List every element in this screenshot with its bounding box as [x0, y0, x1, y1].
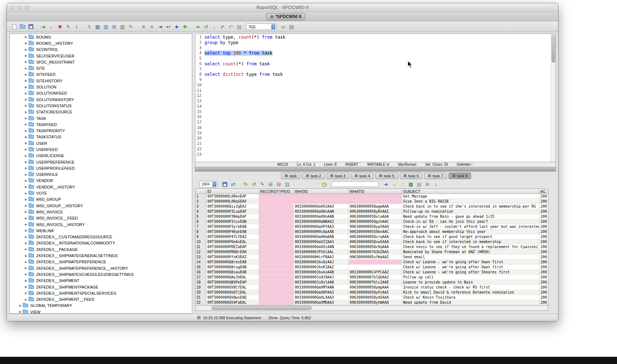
column-header-subject[interactable]: SUBJECT	[402, 189, 539, 194]
grid-cell-ac[interactable]: 200	[539, 285, 548, 290]
grid-cell-whatid[interactable]: 00630000005QgzhAAC	[349, 219, 402, 224]
grid-cell-id[interactable]: 00T3000000Q8rugEAB	[206, 265, 259, 270]
result-tab[interactable]: ⊠task 6	[400, 173, 423, 179]
disclosure-triangle-icon[interactable]: ▶	[19, 304, 23, 307]
disclosure-triangle-icon[interactable]: ▶	[25, 229, 29, 232]
grid-cell-recordtypeid[interactable]	[259, 194, 294, 199]
tree-item[interactable]: ▶VOTE	[10, 190, 192, 196]
table-view-icon[interactable]: ▦	[94, 23, 101, 30]
editor-scrollbar-thumb[interactable]	[552, 35, 555, 63]
row-number-cell[interactable]: 17	[195, 275, 206, 280]
export-grid-icon[interactable]: ↑	[399, 181, 406, 188]
grid-cell-whoid[interactable]: 0033000000GmXPYAA3	[294, 224, 349, 229]
grid-cell-whoid[interactable]: 0033000000GmXKmAAN	[294, 234, 349, 239]
tree-item[interactable]: ▶ZKFEDEX__CUSTOMADDRESSSOURCE	[10, 234, 192, 240]
close-window-button[interactable]	[10, 5, 14, 10]
row-number-cell[interactable]: 11	[195, 244, 206, 250]
grid-cell-id[interactable]: 00T3000000QV9FaEAL	[206, 300, 259, 305]
tree-item[interactable]: ▶SOLUTION	[10, 84, 192, 90]
grid-cell-whoid[interactable]: 0033000000Ju9J9AAJ	[294, 275, 349, 280]
table-row[interactable]: 500T3000000P3N4pEAF0033000000GmXHnAAN006…	[195, 214, 548, 219]
result-tab[interactable]: ⊠task 8	[449, 173, 471, 179]
grid-cell-ac[interactable]: 200	[539, 224, 548, 229]
tree-item[interactable]: ▶ZKFEDEX__SHIPMENTPACKAGE	[10, 284, 192, 290]
close-tab-icon[interactable]: ⊠	[404, 173, 407, 178]
grid-cell-ac[interactable]: 200	[539, 199, 548, 204]
row-number-cell[interactable]: 4	[195, 209, 206, 214]
grid-cell-recordtypeid[interactable]	[259, 285, 294, 290]
favorites-icon[interactable]: ★	[173, 23, 180, 30]
grid-cell-whoid[interactable]: 0033000000H9i0pAAB	[294, 229, 349, 234]
grid-cell-subject[interactable]: Check w/ Kevin Tsujihara	[402, 295, 539, 300]
table-row[interactable]: 100T3000000L0RknEAFGet Massage200	[195, 194, 548, 199]
grid-cell-id[interactable]: 00T3000000P3LopEAF	[206, 209, 259, 214]
grid-cell-ac[interactable]: 200	[539, 295, 548, 300]
table-row[interactable]: 1700T3000000QAeJbEAL0033000000Ju9J9AAJ00…	[195, 275, 548, 280]
save-icon[interactable]	[27, 23, 34, 30]
tree-item[interactable]: ▶VENDOR__HISTORY	[10, 184, 192, 190]
copy-table-icon[interactable]: ⊞	[111, 23, 118, 30]
close-tab-icon[interactable]: ⊠	[428, 173, 431, 178]
tree-item[interactable]: ▶USERPROFILEFEED	[10, 165, 192, 171]
grid-cell-whoid[interactable]: 0033000000HirF8AAJ	[294, 255, 349, 260]
grid-cell-recordtypeid[interactable]	[259, 250, 294, 255]
insert-row-icon[interactable]: ⊞	[267, 181, 274, 188]
grid-cell-whoid[interactable]	[294, 194, 349, 199]
grid-cell-ac[interactable]: 200	[539, 229, 548, 234]
disclosure-triangle-icon[interactable]: ▶	[25, 67, 29, 70]
sql-code-area[interactable]: select type, count(*) from taskgroup by …	[203, 34, 556, 162]
grid-cell-whatid[interactable]: 00630000005xfWaAAI	[349, 255, 402, 260]
table-row[interactable]: 1600T3000000Q8sauEAB0033000000JbukoAAB00…	[195, 270, 548, 275]
export-results-icon[interactable]: ▥	[102, 23, 109, 30]
grid-cell-whoid[interactable]: 0033000000GmXOiAAN	[294, 244, 349, 250]
disclosure-triangle-icon[interactable]: ▶	[25, 104, 29, 107]
close-tab-icon[interactable]: ⊠	[330, 173, 333, 178]
disclosure-triangle-icon[interactable]: ▶	[25, 217, 29, 220]
refresh-results-icon[interactable]: ↻	[242, 181, 249, 188]
close-tab-icon[interactable]: ⊠	[285, 173, 288, 178]
grid-cell-subject[interactable]: Check-in w/ Jeff - couldn't afford last …	[402, 224, 539, 229]
tree-item[interactable]: ▶SITE	[10, 65, 192, 71]
tree-item[interactable]: ▶USER	[10, 140, 192, 146]
grid-cell-whoid[interactable]: 0033000000GmXLXAA3	[294, 295, 349, 300]
drop-table-icon[interactable]: ✖	[56, 23, 64, 30]
grid-cell-subject[interactable]: Get Massage	[402, 194, 539, 199]
disclosure-triangle-icon[interactable]: ▶	[25, 260, 29, 264]
tree-item[interactable]: ▶SITEHISTORY	[10, 78, 192, 84]
row-number-cell[interactable]: 20	[195, 290, 206, 295]
disclosure-triangle-icon[interactable]: ▶	[25, 148, 29, 151]
go-icon[interactable]: ➜	[382, 181, 389, 188]
grid-cell-subject[interactable]: Need update from David	[402, 300, 539, 305]
clipboard-icon[interactable]: ▨	[119, 23, 126, 30]
text-export-icon[interactable]: ▤	[415, 181, 423, 188]
tree-item[interactable]: ▶W50_INVOICE	[10, 209, 192, 215]
table-row[interactable]: 1800T3000000QBXPeEAP0033000000Ju9zlAAB00…	[195, 280, 548, 285]
table-row[interactable]: 1100T3000000PREZaEAP0033000000GmXOiAAN00…	[195, 244, 548, 250]
close-tab-icon[interactable]: ⊠	[452, 173, 456, 178]
minimize-window-button[interactable]	[17, 5, 22, 10]
row-number-cell[interactable]: 3	[195, 204, 206, 209]
disclosure-triangle-icon[interactable]: ▶	[25, 123, 29, 126]
disclosure-triangle-icon[interactable]: ▶	[25, 142, 29, 145]
grid-cell-id[interactable]: 00T3000000P46qnEAB	[206, 229, 259, 234]
grid-cell-whatid[interactable]: 00630000007blc2AAE	[349, 280, 402, 285]
disclosure-triangle-icon[interactable]: ▶	[25, 223, 29, 226]
grid-cell-id[interactable]: 00T3000000P3yrbEAB	[206, 224, 259, 229]
fetch-more-icon[interactable]: ↓	[432, 181, 439, 188]
grid-cell-recordtypeid[interactable]	[259, 295, 294, 300]
tree-item[interactable]: ▶GLOBAL TEMPORARY	[10, 303, 192, 309]
grid-cell-whoid[interactable]: 0033000000JbukoAAB	[294, 270, 349, 275]
grid-cell-whoid[interactable]: 0033000000GmXKnAAN	[294, 209, 349, 214]
panel-splitter[interactable]	[192, 34, 195, 314]
table-row[interactable]: 1900T3000000QV8CfEAL0033000000GmXM7AAN00…	[195, 285, 548, 290]
tree-item[interactable]: ▶ZKFEDEX__SHIPMENT__FEED	[10, 296, 192, 302]
resubmit-icon[interactable]: ↺	[250, 181, 258, 188]
execute-sql-icon[interactable]: ↯	[86, 23, 93, 30]
grid-cell-whoid[interactable]: 0033000000GmXMDAA3	[294, 300, 349, 305]
grid-cell-ac[interactable]: 200	[539, 280, 548, 285]
tree-item[interactable]: ▶ROOMS	[10, 34, 192, 40]
grid-cell-whatid[interactable]: 006300000058wgmAAA	[349, 204, 402, 209]
tree-item[interactable]: ▶SITEFEED	[10, 72, 192, 78]
disclosure-triangle-icon[interactable]: ▶	[25, 266, 29, 270]
grid-cell-whatid[interactable]: 006300000058xw5AAA	[349, 239, 402, 244]
